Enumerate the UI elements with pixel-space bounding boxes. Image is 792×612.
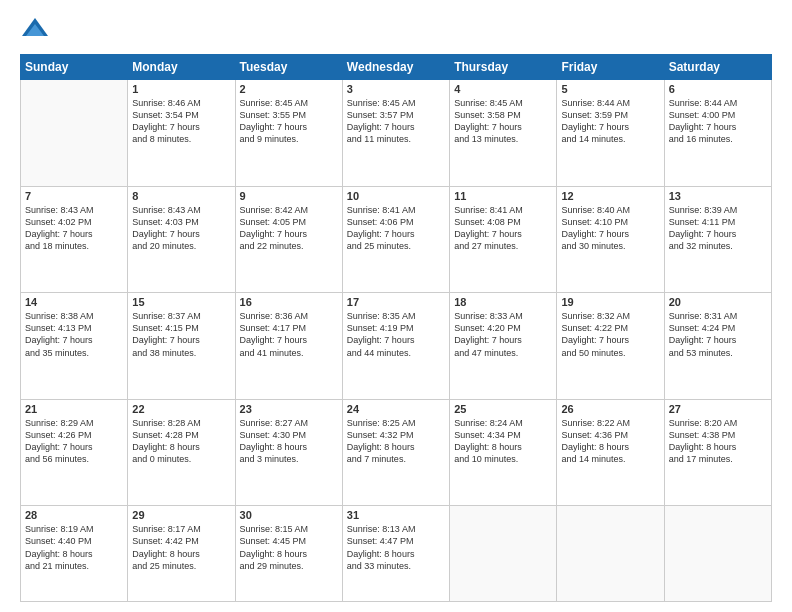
calendar-cell <box>450 506 557 602</box>
day-number: 8 <box>132 190 230 202</box>
day-info: Sunrise: 8:43 AM Sunset: 4:03 PM Dayligh… <box>132 204 230 253</box>
day-number: 28 <box>25 509 123 521</box>
day-number: 5 <box>561 83 659 95</box>
day-info: Sunrise: 8:31 AM Sunset: 4:24 PM Dayligh… <box>669 310 767 359</box>
day-number: 25 <box>454 403 552 415</box>
day-info: Sunrise: 8:38 AM Sunset: 4:13 PM Dayligh… <box>25 310 123 359</box>
calendar-cell: 4Sunrise: 8:45 AM Sunset: 3:58 PM Daylig… <box>450 80 557 187</box>
day-info: Sunrise: 8:17 AM Sunset: 4:42 PM Dayligh… <box>132 523 230 572</box>
day-number: 27 <box>669 403 767 415</box>
day-info: Sunrise: 8:42 AM Sunset: 4:05 PM Dayligh… <box>240 204 338 253</box>
calendar-week-5: 28Sunrise: 8:19 AM Sunset: 4:40 PM Dayli… <box>21 506 772 602</box>
calendar-cell: 30Sunrise: 8:15 AM Sunset: 4:45 PM Dayli… <box>235 506 342 602</box>
calendar-cell <box>664 506 771 602</box>
day-number: 20 <box>669 296 767 308</box>
day-info: Sunrise: 8:36 AM Sunset: 4:17 PM Dayligh… <box>240 310 338 359</box>
day-number: 9 <box>240 190 338 202</box>
calendar-cell <box>21 80 128 187</box>
calendar-header-saturday: Saturday <box>664 55 771 80</box>
calendar-cell: 5Sunrise: 8:44 AM Sunset: 3:59 PM Daylig… <box>557 80 664 187</box>
day-number: 17 <box>347 296 445 308</box>
calendar-header-thursday: Thursday <box>450 55 557 80</box>
day-number: 1 <box>132 83 230 95</box>
calendar-cell: 15Sunrise: 8:37 AM Sunset: 4:15 PM Dayli… <box>128 293 235 400</box>
calendar-week-1: 1Sunrise: 8:46 AM Sunset: 3:54 PM Daylig… <box>21 80 772 187</box>
day-info: Sunrise: 8:19 AM Sunset: 4:40 PM Dayligh… <box>25 523 123 572</box>
calendar-header-friday: Friday <box>557 55 664 80</box>
day-number: 24 <box>347 403 445 415</box>
day-number: 11 <box>454 190 552 202</box>
calendar-cell: 20Sunrise: 8:31 AM Sunset: 4:24 PM Dayli… <box>664 293 771 400</box>
day-number: 2 <box>240 83 338 95</box>
day-number: 3 <box>347 83 445 95</box>
day-info: Sunrise: 8:15 AM Sunset: 4:45 PM Dayligh… <box>240 523 338 572</box>
day-info: Sunrise: 8:24 AM Sunset: 4:34 PM Dayligh… <box>454 417 552 466</box>
day-info: Sunrise: 8:41 AM Sunset: 4:08 PM Dayligh… <box>454 204 552 253</box>
calendar-cell: 31Sunrise: 8:13 AM Sunset: 4:47 PM Dayli… <box>342 506 449 602</box>
day-info: Sunrise: 8:39 AM Sunset: 4:11 PM Dayligh… <box>669 204 767 253</box>
page: SundayMondayTuesdayWednesdayThursdayFrid… <box>0 0 792 612</box>
calendar-week-3: 14Sunrise: 8:38 AM Sunset: 4:13 PM Dayli… <box>21 293 772 400</box>
day-info: Sunrise: 8:20 AM Sunset: 4:38 PM Dayligh… <box>669 417 767 466</box>
calendar-cell: 28Sunrise: 8:19 AM Sunset: 4:40 PM Dayli… <box>21 506 128 602</box>
day-number: 12 <box>561 190 659 202</box>
header <box>20 16 772 46</box>
calendar-week-4: 21Sunrise: 8:29 AM Sunset: 4:26 PM Dayli… <box>21 399 772 506</box>
logo <box>20 16 54 46</box>
calendar-cell: 16Sunrise: 8:36 AM Sunset: 4:17 PM Dayli… <box>235 293 342 400</box>
calendar-cell: 9Sunrise: 8:42 AM Sunset: 4:05 PM Daylig… <box>235 186 342 293</box>
calendar-header-wednesday: Wednesday <box>342 55 449 80</box>
day-number: 21 <box>25 403 123 415</box>
calendar-cell: 2Sunrise: 8:45 AM Sunset: 3:55 PM Daylig… <box>235 80 342 187</box>
calendar-cell <box>557 506 664 602</box>
calendar-cell: 10Sunrise: 8:41 AM Sunset: 4:06 PM Dayli… <box>342 186 449 293</box>
day-info: Sunrise: 8:35 AM Sunset: 4:19 PM Dayligh… <box>347 310 445 359</box>
calendar-cell: 29Sunrise: 8:17 AM Sunset: 4:42 PM Dayli… <box>128 506 235 602</box>
day-number: 15 <box>132 296 230 308</box>
day-number: 10 <box>347 190 445 202</box>
day-info: Sunrise: 8:13 AM Sunset: 4:47 PM Dayligh… <box>347 523 445 572</box>
calendar-cell: 18Sunrise: 8:33 AM Sunset: 4:20 PM Dayli… <box>450 293 557 400</box>
day-number: 18 <box>454 296 552 308</box>
calendar-cell: 17Sunrise: 8:35 AM Sunset: 4:19 PM Dayli… <box>342 293 449 400</box>
day-info: Sunrise: 8:43 AM Sunset: 4:02 PM Dayligh… <box>25 204 123 253</box>
day-info: Sunrise: 8:45 AM Sunset: 3:55 PM Dayligh… <box>240 97 338 146</box>
day-info: Sunrise: 8:41 AM Sunset: 4:06 PM Dayligh… <box>347 204 445 253</box>
calendar-header-monday: Monday <box>128 55 235 80</box>
day-number: 14 <box>25 296 123 308</box>
day-info: Sunrise: 8:27 AM Sunset: 4:30 PM Dayligh… <box>240 417 338 466</box>
day-info: Sunrise: 8:46 AM Sunset: 3:54 PM Dayligh… <box>132 97 230 146</box>
calendar-cell: 12Sunrise: 8:40 AM Sunset: 4:10 PM Dayli… <box>557 186 664 293</box>
day-info: Sunrise: 8:25 AM Sunset: 4:32 PM Dayligh… <box>347 417 445 466</box>
calendar-cell: 27Sunrise: 8:20 AM Sunset: 4:38 PM Dayli… <box>664 399 771 506</box>
calendar-cell: 22Sunrise: 8:28 AM Sunset: 4:28 PM Dayli… <box>128 399 235 506</box>
calendar-cell: 1Sunrise: 8:46 AM Sunset: 3:54 PM Daylig… <box>128 80 235 187</box>
day-number: 7 <box>25 190 123 202</box>
calendar-cell: 13Sunrise: 8:39 AM Sunset: 4:11 PM Dayli… <box>664 186 771 293</box>
calendar-cell: 14Sunrise: 8:38 AM Sunset: 4:13 PM Dayli… <box>21 293 128 400</box>
calendar-cell: 3Sunrise: 8:45 AM Sunset: 3:57 PM Daylig… <box>342 80 449 187</box>
day-number: 31 <box>347 509 445 521</box>
calendar-cell: 21Sunrise: 8:29 AM Sunset: 4:26 PM Dayli… <box>21 399 128 506</box>
day-number: 22 <box>132 403 230 415</box>
day-number: 4 <box>454 83 552 95</box>
calendar-cell: 23Sunrise: 8:27 AM Sunset: 4:30 PM Dayli… <box>235 399 342 506</box>
day-info: Sunrise: 8:40 AM Sunset: 4:10 PM Dayligh… <box>561 204 659 253</box>
day-number: 29 <box>132 509 230 521</box>
day-info: Sunrise: 8:28 AM Sunset: 4:28 PM Dayligh… <box>132 417 230 466</box>
calendar-cell: 26Sunrise: 8:22 AM Sunset: 4:36 PM Dayli… <box>557 399 664 506</box>
calendar-header-sunday: Sunday <box>21 55 128 80</box>
calendar-cell: 24Sunrise: 8:25 AM Sunset: 4:32 PM Dayli… <box>342 399 449 506</box>
day-number: 26 <box>561 403 659 415</box>
logo-icon <box>20 16 50 46</box>
day-info: Sunrise: 8:22 AM Sunset: 4:36 PM Dayligh… <box>561 417 659 466</box>
calendar-cell: 19Sunrise: 8:32 AM Sunset: 4:22 PM Dayli… <box>557 293 664 400</box>
calendar-cell: 7Sunrise: 8:43 AM Sunset: 4:02 PM Daylig… <box>21 186 128 293</box>
day-number: 16 <box>240 296 338 308</box>
day-number: 6 <box>669 83 767 95</box>
calendar-cell: 25Sunrise: 8:24 AM Sunset: 4:34 PM Dayli… <box>450 399 557 506</box>
calendar-cell: 8Sunrise: 8:43 AM Sunset: 4:03 PM Daylig… <box>128 186 235 293</box>
calendar-cell: 6Sunrise: 8:44 AM Sunset: 4:00 PM Daylig… <box>664 80 771 187</box>
day-number: 23 <box>240 403 338 415</box>
day-number: 30 <box>240 509 338 521</box>
